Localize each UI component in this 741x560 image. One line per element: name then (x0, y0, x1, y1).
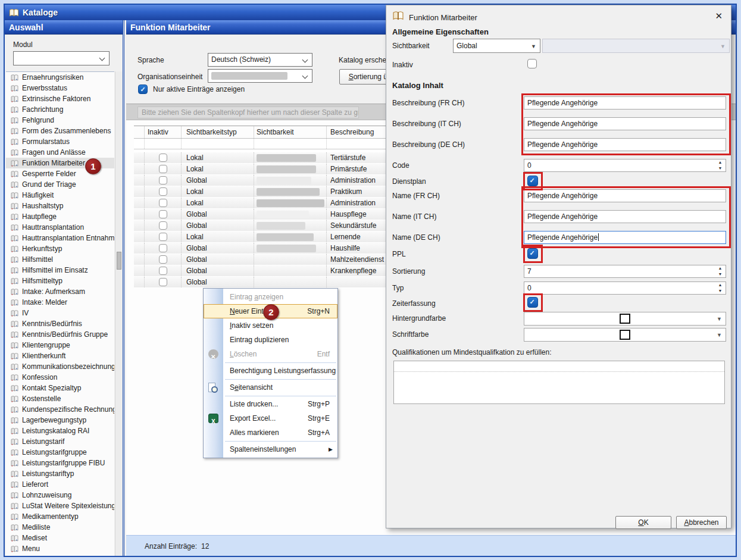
sidebar-item[interactable]: Kenntnis/Bedürfnis (6, 318, 114, 329)
sidebar-item[interactable]: Hilfsmittel im Einsatz (6, 265, 114, 276)
sidebar-item[interactable]: Leistungstariftyp (6, 468, 114, 479)
menu-item[interactable]: Spalteneinstellungen ▶ (204, 442, 337, 456)
sidebar-item[interactable]: Lagerbewegungstyp (6, 415, 114, 426)
menu-item[interactable]: Export Excel... Strg+E (204, 411, 337, 426)
sidebar-item[interactable]: Kundenspezifische Rechnung... (6, 404, 114, 415)
inaktiv-checkbox[interactable] (159, 210, 167, 218)
sidebar-item[interactable]: Kommunikationsbezeichnung (6, 361, 114, 372)
sidebar-item[interactable]: Mediliste (6, 522, 114, 533)
sidebar-scrollbar[interactable] (115, 71, 123, 556)
name-de-input[interactable]: Pflegende Angehörige (524, 231, 726, 244)
sidebar-item[interactable]: Klientherkunft (6, 351, 114, 361)
sidebar-item[interactable]: Leistungstarifgruppe FIBU (6, 458, 114, 468)
sidebar-item[interactable]: Intake: Aufmerksam (6, 286, 114, 297)
name-it-input[interactable]: Pflegende Angehörige (524, 210, 726, 223)
sidebar-item-label: IV (22, 309, 29, 317)
column-header-inaktiv[interactable]: Inaktiv (145, 126, 182, 138)
beschreibung-it-input[interactable]: Pflegende Angehörige (524, 117, 726, 130)
sidebar-item[interactable]: Kostenstelle (6, 393, 114, 404)
sidebar-item[interactable]: Hauttransplantation (6, 222, 114, 233)
sortierung-label: Sortierung (392, 267, 425, 276)
menu-item[interactable]: Inaktiv setzen (204, 318, 337, 333)
sidebar-item[interactable]: Grund der Triage (6, 179, 114, 190)
spinner-arrows-icon[interactable]: ▲▼ (717, 283, 724, 293)
sidebar-item[interactable]: Herkunftstyp (6, 243, 114, 254)
menu-item[interactable]: Alles markieren Strg+A (204, 426, 337, 440)
column-header-sichtbarkeit[interactable]: Sichtbarkeit (254, 126, 327, 138)
zeiterfassung-checkbox[interactable] (527, 297, 538, 308)
inaktiv-checkbox[interactable] (527, 59, 537, 68)
inaktiv-checkbox[interactable] (159, 187, 167, 196)
menu-item[interactable]: Berechtigung Leistungserfassung (204, 364, 337, 378)
sidebar-item[interactable]: Konfession (6, 372, 114, 383)
menu-item[interactable]: Eintrag duplizieren (204, 333, 337, 347)
column-header-sichtbarkeitstyp[interactable]: Sichtbarkeitstyp (182, 126, 254, 138)
typ-spinner[interactable]: 0 ▲▼ (524, 281, 726, 295)
sidebar-item[interactable]: Fehlgrund (6, 115, 114, 126)
menu-item[interactable]: Seitenansicht (204, 380, 337, 395)
menu-item[interactable]: Löschen Entf (204, 347, 337, 361)
ok-button[interactable]: OK (615, 516, 671, 529)
beschreibung-de-input[interactable]: Pflegende Angehörige (524, 138, 726, 151)
sidebar-item[interactable]: Hilfsmittel (6, 254, 114, 265)
sidebar-item[interactable]: Ernaehrungsrisiken (6, 72, 114, 83)
qualifikationen-listbox[interactable] (393, 361, 725, 404)
code-spinner[interactable]: 0 ▲▼ (524, 159, 726, 172)
sichtbarkeit-combobox[interactable]: Global▼ (453, 39, 540, 53)
hintergrundfarbe-color-combobox[interactable]: ▼ (524, 312, 726, 326)
active-only-checkbox[interactable] (138, 85, 148, 94)
sidebar-item[interactable]: Hautpflege (6, 211, 114, 222)
inaktiv-checkbox[interactable] (159, 255, 167, 264)
sidebar-item[interactable]: Kenntnis/Bedürfnis Gruppe (6, 329, 114, 340)
sprache-combobox[interactable]: Deutsch (Schweiz) (208, 53, 312, 67)
close-icon[interactable]: ✕ (715, 11, 723, 21)
sidebar-item[interactable]: Kontakt Spezialtyp (6, 383, 114, 393)
catalog-book-icon (11, 481, 18, 488)
sidebar-item[interactable]: Leistungstarifgruppe (6, 447, 114, 458)
sidebar-item[interactable]: LuStat Weitere Spitexleistungen (6, 500, 114, 511)
sidebar-item[interactable]: Haushaltstyp (6, 201, 114, 211)
spinner-arrows-icon[interactable]: ▲▼ (717, 266, 724, 277)
sidebar-item[interactable]: Klientengruppe (6, 340, 114, 351)
sidebar-item[interactable]: Formularstatus (6, 136, 114, 147)
inaktiv-checkbox[interactable] (159, 233, 167, 241)
spinner-arrows-icon[interactable]: ▲▼ (717, 160, 724, 171)
modul-combobox[interactable] (13, 51, 110, 65)
menu-item[interactable]: Eintrag anzeigen (204, 290, 337, 304)
name-fr-input[interactable]: Pflegende Angehörige (524, 189, 726, 202)
sidebar-item[interactable]: Häufigkeit (6, 190, 114, 201)
sidebar-item[interactable]: Leistungskatalog RAI (6, 426, 114, 436)
dienstplan-checkbox[interactable] (527, 176, 538, 186)
inaktiv-checkbox[interactable] (159, 165, 167, 173)
inaktiv-checkbox[interactable] (159, 244, 167, 252)
scrollbar-thumb[interactable] (117, 252, 121, 270)
sidebar-item[interactable]: Lohnzuweisung (6, 490, 114, 500)
beschreibung-fr-input[interactable]: Pflegende Angehörige (524, 96, 726, 110)
inaktiv-checkbox[interactable] (159, 154, 167, 162)
organisationseinheit-combobox[interactable] (208, 69, 312, 83)
sidebar-item[interactable]: Hilfsmitteltyp (6, 276, 114, 286)
sidebar-item[interactable]: Fachrichtung (6, 104, 114, 115)
inaktiv-checkbox[interactable] (159, 176, 167, 184)
sidebar-item[interactable]: Extrinsische Faktoren (6, 93, 114, 104)
schriftfarbe-color-combobox[interactable]: ▼ (524, 328, 726, 342)
inaktiv-checkbox[interactable] (159, 221, 167, 230)
sidebar-item[interactable]: Fragen und Anlässe (6, 147, 114, 158)
sidebar-item[interactable]: Intake: Melder (6, 297, 114, 308)
inaktiv-checkbox[interactable] (159, 278, 167, 286)
sidebar-item[interactable]: Medikamententyp (6, 511, 114, 522)
cancel-button[interactable]: Abbrechen (676, 516, 727, 529)
menu-item[interactable]: Liste drucken... Strg+P (204, 397, 337, 411)
ppl-checkbox[interactable] (527, 248, 538, 259)
sidebar-item[interactable]: Menu (6, 543, 114, 554)
sidebar-item[interactable]: Erwerbsstatus (6, 83, 114, 93)
sidebar-item[interactable]: Form des Zusammenlebens (6, 126, 114, 136)
sidebar-item[interactable]: IV (6, 308, 114, 318)
inaktiv-checkbox[interactable] (159, 267, 167, 275)
sortierung-spinner[interactable]: 7 ▲▼ (524, 265, 726, 278)
sidebar-item[interactable]: Lieferort (6, 479, 114, 490)
inaktiv-checkbox[interactable] (159, 199, 167, 207)
sidebar-item[interactable]: Mediset (6, 533, 114, 543)
sidebar-item[interactable]: Leistungstarif (6, 436, 114, 447)
sidebar-item[interactable]: Hauttransplantation Entnahme... (6, 233, 114, 243)
